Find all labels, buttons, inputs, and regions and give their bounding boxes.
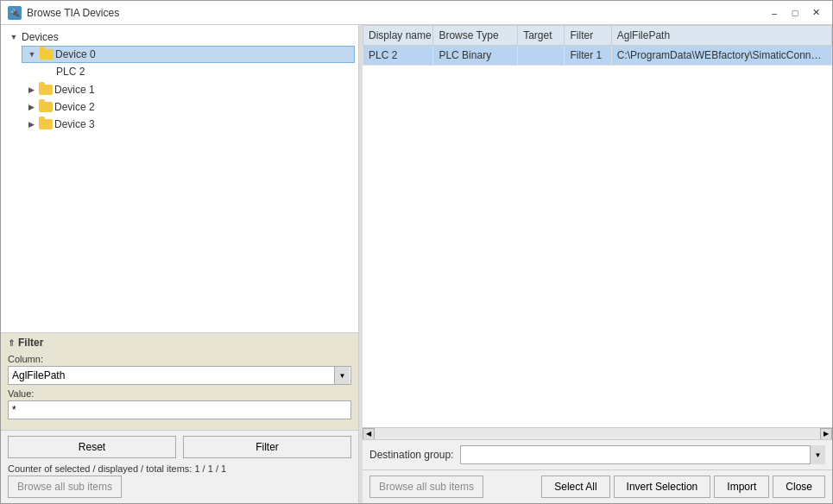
close-window-button[interactable]: ✕ (806, 4, 825, 22)
tree-root-label: Devices (22, 31, 59, 43)
horizontal-scrollbar[interactable]: ◀ ▶ (363, 427, 832, 439)
scroll-right-button[interactable]: ▶ (820, 428, 832, 440)
device1-folder-icon (39, 85, 53, 95)
device2-folder-icon (39, 102, 53, 112)
device3-content[interactable]: ▶ Device 3 (22, 117, 355, 132)
table-area[interactable]: Display name Browse Type Target Filter A… (363, 25, 832, 427)
destination-group-row: Destination group: ▼ (363, 439, 832, 469)
device0-children: PLC 2 (39, 63, 355, 80)
device2-content[interactable]: ▶ Device 2 (22, 99, 355, 115)
reset-button[interactable]: Reset (8, 436, 176, 458)
device2-label: Device 2 (54, 101, 95, 113)
filter-column-wrapper: AglFilePath Display name Browse Type Tar… (8, 366, 351, 385)
device1-content[interactable]: ▶ Device 1 (22, 82, 355, 98)
filter-column-label: Column: (8, 354, 351, 364)
device1-expand-icon[interactable]: ▶ (25, 84, 37, 96)
cell-agl-file-path: C:\ProgramData\WEBfactory\SimaticConnect… (611, 46, 831, 66)
tree-children: ▼ Device 0 PLC 2 (22, 45, 355, 133)
left-bottom: Reset Filter Counter of selected / displ… (1, 430, 358, 503)
table-row[interactable]: PLC 2 PLC Binary Filter 1 C:\ProgramData… (363, 46, 832, 66)
table-body: PLC 2 PLC Binary Filter 1 C:\ProgramData… (363, 46, 832, 66)
filter-column-select[interactable]: AglFilePath Display name Browse Type Tar… (8, 366, 351, 385)
reset-filter-row: Reset Filter (8, 436, 351, 458)
destination-select[interactable] (460, 445, 825, 464)
table-header-row: Display name Browse Type Target Filter A… (363, 26, 832, 46)
filter-column-row: Column: AglFilePath Display name Browse … (8, 354, 351, 385)
cell-browse-type: PLC Binary (433, 46, 518, 66)
maximize-button[interactable]: □ (786, 4, 805, 22)
device3-folder-icon (39, 119, 53, 129)
device3-label: Device 3 (54, 118, 95, 130)
right-panel: Display name Browse Type Target Filter A… (363, 25, 832, 503)
filter-header: ⇑ Filter (8, 337, 351, 349)
col-agl-file-path: AglFilePath (611, 26, 831, 46)
tree-node-device2: ▶ Device 2 (22, 98, 355, 116)
browse-sub-items-button[interactable]: Browse all sub items (369, 476, 483, 498)
col-filter: Filter (565, 26, 611, 46)
bottom-action-row: Browse all sub items Select All Invert S… (363, 469, 832, 503)
destination-select-wrapper: ▼ (460, 445, 825, 464)
main-window: 🔌 Browse TIA Devices – □ ✕ ▼ Devices (0, 0, 833, 504)
minimize-button[interactable]: – (765, 4, 784, 22)
bottom-left: Browse all sub items (369, 476, 538, 498)
filter-button[interactable]: Filter (183, 436, 351, 458)
plc2-label: PLC 2 (56, 66, 85, 78)
destination-label: Destination group: (369, 449, 453, 461)
tree-root-content[interactable]: ▼ Devices (4, 29, 355, 45)
device0-label: Device 0 (55, 48, 96, 60)
col-target: Target (518, 26, 565, 46)
filter-collapse-icon[interactable]: ⇑ (8, 338, 15, 348)
window-title: Browse TIA Devices (27, 7, 119, 19)
cell-target (518, 46, 565, 66)
col-display-name: Display name (363, 26, 433, 46)
filter-value-row: Value: (8, 388, 351, 419)
import-button[interactable]: Import (714, 476, 769, 498)
cell-display-name: PLC 2 (363, 46, 433, 66)
tree-root: ▼ Devices ▼ Device 0 (4, 28, 355, 134)
scroll-left-button[interactable]: ◀ (363, 428, 375, 440)
filter-value-input[interactable] (8, 400, 351, 419)
plc2-content[interactable]: PLC 2 (39, 64, 355, 79)
device0-folder-icon (40, 49, 54, 60)
filter-value-label: Value: (8, 388, 351, 399)
device2-expand-icon[interactable]: ▶ (25, 101, 37, 113)
titlebar-left: 🔌 Browse TIA Devices (8, 6, 119, 20)
tree-node-device3: ▶ Device 3 (22, 116, 355, 133)
tree-node-device0: ▼ Device 0 PLC 2 (22, 45, 355, 81)
filter-section: ⇑ Filter Column: AglFilePath Display nam… (1, 332, 358, 430)
titlebar: 🔌 Browse TIA Devices – □ ✕ (1, 1, 832, 25)
main-content: ▼ Devices ▼ Device 0 (1, 25, 832, 503)
titlebar-controls: – □ ✕ (765, 4, 825, 22)
filter-section-label: Filter (18, 337, 43, 349)
tree-node-plc2: PLC 2 (39, 63, 355, 80)
invert-selection-button[interactable]: Invert Selection (614, 476, 711, 498)
counter-text: Counter of selected / displayed / total … (8, 462, 351, 476)
left-panel: ▼ Devices ▼ Device 0 (1, 25, 359, 503)
tree-area[interactable]: ▼ Devices ▼ Device 0 (1, 25, 358, 332)
bottom-right: Select All Invert Selection Import Close (541, 476, 825, 498)
plc2-expand-icon (42, 66, 54, 78)
select-all-button[interactable]: Select All (541, 476, 609, 498)
root-expand-icon[interactable]: ▼ (8, 31, 20, 43)
device3-expand-icon[interactable]: ▶ (25, 118, 37, 130)
close-button[interactable]: Close (773, 476, 825, 498)
col-browse-type: Browse Type (433, 26, 518, 46)
data-table: Display name Browse Type Target Filter A… (363, 25, 832, 66)
window-icon: 🔌 (8, 6, 22, 20)
tree-node-device1: ▶ Device 1 (22, 81, 355, 98)
scroll-track[interactable] (375, 428, 820, 440)
cell-filter: Filter 1 (565, 46, 611, 66)
device1-label: Device 1 (54, 84, 95, 96)
device0-content[interactable]: ▼ Device 0 (22, 46, 355, 63)
browse-sub-items-button-left[interactable]: Browse all sub items (8, 476, 122, 498)
device0-expand-icon[interactable]: ▼ (26, 48, 38, 60)
